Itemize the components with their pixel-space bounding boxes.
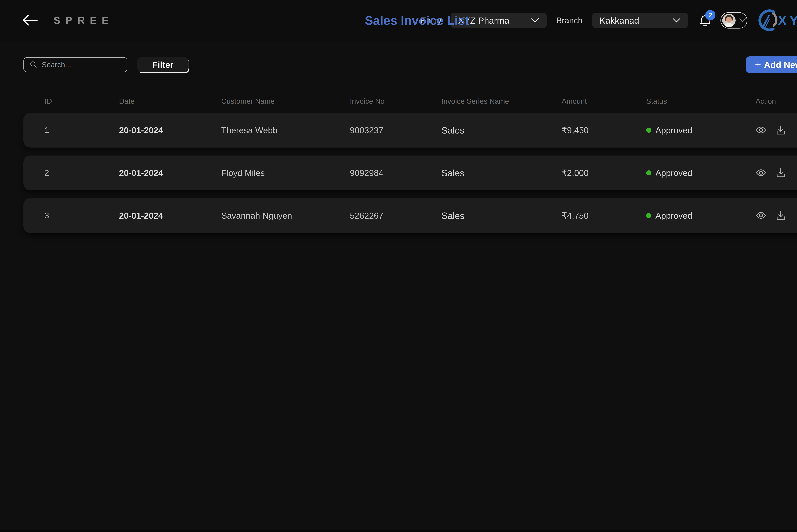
top-bar: SPREE Sales Invoice List Entity XYZ Phar… [0,0,797,41]
eye-icon [756,167,766,178]
page-title: Sales Invoice List [365,13,469,28]
col-header-amount: Amount [561,97,646,106]
branch-select[interactable]: Kakkanad [592,13,688,28]
chevron-down-icon [531,18,539,23]
notifications-button[interactable]: 2 [699,13,711,28]
search-box [23,57,127,72]
eye-icon [756,125,766,136]
col-header-action: Action [756,97,797,106]
status-badge: Approved [646,168,756,178]
cell-amount: ₹4,750 [561,211,646,221]
col-header-invoice-series-name: Invoice Series Name [441,97,561,106]
status-text: Approved [655,168,692,178]
notification-count-badge: 2 [705,10,716,20]
cell-action [756,210,797,221]
status-text: Approved [655,125,692,135]
avatar [722,14,736,27]
bottom-strip [0,530,797,532]
table-row[interactable]: 3 20-01-2024 Savannah Nguyen 5262267 Sal… [23,198,797,233]
status-text: Approved [655,211,692,221]
cell-invoice-no: 9003237 [350,125,441,135]
branch-label: Branch [556,16,582,25]
cell-invoice-no: 9092984 [350,168,441,178]
search-icon [29,60,37,69]
cell-customer-name: Savannah Nguyen [221,211,350,221]
view-button[interactable] [756,125,766,136]
download-button[interactable] [775,210,786,221]
col-header-invoice-no: Invoice No [350,97,441,106]
col-header-customer-name: Customer Name [221,97,350,106]
cell-customer-name: Floyd Miles [221,168,350,178]
download-button[interactable] [775,125,786,136]
brand-logo: SPREE [54,15,114,26]
filter-button[interactable]: Filter [137,57,189,72]
branch-selected-value: Kakkanad [599,15,639,26]
topbar-right-group: Entity XYZ Pharma Branch Kakkanad [421,8,797,32]
table-header-row: ID Date Customer Name Invoice No Invoice… [23,97,797,106]
status-badge: Approved [646,125,756,135]
cell-amount: ₹2,000 [561,168,646,178]
add-new-label: Add New [764,60,797,70]
back-arrow-icon [22,14,38,27]
add-new-button[interactable]: + Add New [746,56,797,73]
cell-date: 20-01-2024 [119,168,221,178]
company-logo: XYZ [757,8,797,32]
table-row[interactable]: 1 20-01-2024 Theresa Webb 9003237 Sales … [23,113,797,148]
cell-id: 1 [44,126,119,135]
chevron-down-icon [672,18,681,23]
sales-invoice-list-page: SPREE Sales Invoice List Entity XYZ Phar… [0,0,797,532]
download-button[interactable] [775,167,786,178]
back-button[interactable] [22,14,38,27]
topbar-left-group: SPREE [22,14,114,27]
cell-customer-name: Theresa Webb [221,125,350,135]
status-badge: Approved [646,211,756,221]
col-header-date: Date [119,97,221,106]
download-icon [775,167,786,178]
cell-invoice-series-name: Sales [441,168,561,178]
cell-invoice-no: 5262267 [350,211,441,221]
cell-id: 3 [44,211,119,220]
search-input[interactable] [42,60,137,69]
plus-icon: + [755,59,761,70]
chevron-down-icon [739,18,746,23]
download-icon [775,125,786,136]
view-button[interactable] [756,167,766,178]
col-header-id: ID [44,97,119,106]
cell-date: 20-01-2024 [119,125,221,135]
xyz-emblem-icon [757,8,780,32]
table-row[interactable]: 2 20-01-2024 Floyd Miles 9092984 Sales ₹… [23,155,797,190]
toolbar-left-group: Filter [23,57,189,72]
col-header-status: Status [646,97,756,106]
user-menu[interactable] [721,12,747,28]
cell-action [756,167,797,178]
status-dot-icon [646,128,651,133]
cell-action [756,125,797,136]
invoice-table: ID Date Customer Name Invoice No Invoice… [23,97,797,233]
cell-invoice-series-name: Sales [441,210,561,221]
download-icon [775,210,786,221]
cell-id: 2 [44,168,119,177]
status-dot-icon [646,213,651,218]
cell-date: 20-01-2024 [119,211,221,221]
status-dot-icon [646,170,651,175]
view-button[interactable] [756,210,766,221]
eye-icon [756,210,766,221]
company-logo-text: XYZ [778,13,797,28]
cell-invoice-series-name: Sales [441,125,561,136]
toolbar: Filter + Add New [23,56,797,73]
bell-icon [699,26,711,28]
cell-amount: ₹9,450 [561,125,646,135]
